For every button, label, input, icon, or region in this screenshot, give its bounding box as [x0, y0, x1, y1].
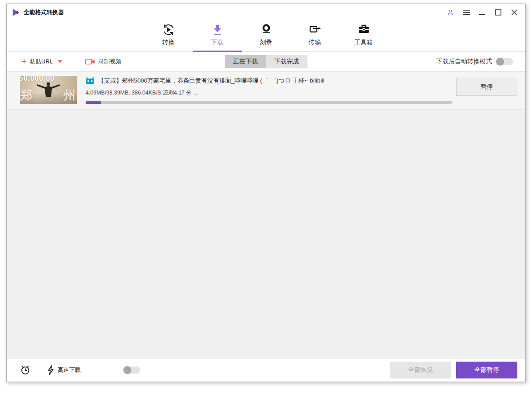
- download-list-item: 50,000,00 郑 州 【艾叔】郑州5000万豪宅里，养条巨贵有没有排面_哔…: [7, 72, 525, 110]
- tab-burn-label: 刻录: [260, 39, 272, 47]
- transfer-icon: [309, 23, 321, 36]
- thumbnail-price-text: 50,000,00: [20, 76, 77, 83]
- close-icon[interactable]: [510, 8, 518, 16]
- tab-toolbox[interactable]: 工具箱: [339, 23, 388, 51]
- tab-burn[interactable]: 刻录: [242, 23, 291, 51]
- chevron-down-icon[interactable]: [58, 60, 62, 63]
- plus-icon: +: [22, 57, 27, 66]
- download-info: 【艾叔】郑州5000万豪宅里，养条巨贵有没有排面_哔哩哔哩 (゜-゜)つロ 干杯…: [77, 76, 456, 104]
- window-controls: [446, 8, 521, 16]
- download-toolbar: + 粘贴URL 录制视频 正在下载 下载完成 下载后自动转换模式: [7, 52, 525, 72]
- main-nav: 转换 下载 刻录: [7, 18, 525, 52]
- high-speed-download-label: 高速下载: [58, 366, 81, 374]
- resume-all-button[interactable]: 全部恢复: [390, 362, 451, 378]
- bilibili-icon: [86, 77, 95, 84]
- pause-all-button[interactable]: 全部暂停: [456, 362, 517, 378]
- titlebar: 全能格式转换器: [7, 4, 525, 18]
- tab-transfer[interactable]: 传输: [291, 23, 339, 51]
- thumbnail-char-right: 州: [63, 87, 75, 103]
- footer-divider: [38, 364, 38, 376]
- toggle-knob: [496, 58, 504, 66]
- app-window: 全能格式转换器: [6, 4, 526, 382]
- minimize-icon[interactable]: [478, 8, 486, 16]
- app-title: 全能格式转换器: [24, 8, 64, 16]
- tab-transfer-label: 传输: [309, 39, 321, 47]
- download-title: 【艾叔】郑州5000万豪宅里，养条巨贵有没有排面_哔哩哔哩 (゜-゜)つロ 干杯…: [98, 77, 324, 85]
- download-list-empty-area: [7, 110, 525, 358]
- convert-icon: [162, 23, 175, 36]
- download-icon: [212, 23, 223, 36]
- toggle-knob: [123, 366, 131, 374]
- burn-icon: [260, 23, 272, 36]
- auto-convert-toggle[interactable]: [496, 58, 513, 65]
- auto-convert-label: 下载后自动转换模式: [436, 58, 492, 66]
- tab-download[interactable]: 下载: [193, 23, 242, 51]
- record-video-label: 录制视频: [98, 58, 121, 66]
- menu-icon[interactable]: [462, 8, 470, 16]
- footer-bar: 高速下载 全部恢复 全部暂停: [7, 358, 525, 382]
- tab-download-complete[interactable]: 下载完成: [266, 55, 307, 68]
- account-icon[interactable]: [446, 8, 454, 16]
- maximize-icon[interactable]: [494, 8, 502, 16]
- download-progress-text: 4.09MB/98.39MB, 386.04KB/S,还剩4.17 分 ...: [86, 89, 452, 97]
- tab-download-label: 下载: [211, 39, 224, 47]
- paste-url-label: 粘贴URL: [30, 58, 53, 66]
- progress-bar: [86, 101, 452, 104]
- tab-convert[interactable]: 转换: [144, 23, 193, 51]
- video-camera-icon: [85, 58, 95, 65]
- person-silhouette: [36, 82, 60, 97]
- high-speed-toggle[interactable]: [123, 366, 140, 374]
- auto-convert-mode: 下载后自动转换模式: [436, 58, 513, 66]
- toolbox-icon: [358, 23, 370, 36]
- paste-url-button[interactable]: + 粘贴URL: [22, 58, 62, 66]
- download-filter-tabs: 正在下载 下载完成: [225, 55, 307, 68]
- tab-convert-label: 转换: [162, 39, 175, 47]
- video-thumbnail: 50,000,00 郑 州: [20, 76, 77, 104]
- progress-fill: [86, 101, 101, 104]
- record-video-button[interactable]: 录制视频: [85, 58, 121, 66]
- pause-button[interactable]: 暂停: [456, 78, 517, 96]
- schedule-icon[interactable]: [20, 365, 31, 375]
- app-logo-icon: [12, 8, 20, 16]
- tab-toolbox-label: 工具箱: [355, 39, 373, 47]
- tab-downloading[interactable]: 正在下载: [225, 55, 266, 68]
- lightning-icon: [47, 365, 54, 375]
- thumbnail-char-left: 郑: [20, 87, 32, 103]
